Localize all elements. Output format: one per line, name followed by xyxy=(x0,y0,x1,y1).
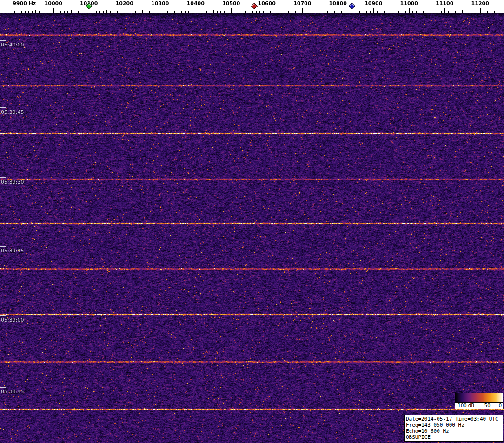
info-line: Freq=143 050 000 Hz xyxy=(406,422,501,428)
time-label: 05:39:45 xyxy=(1,109,24,115)
colorbar-min-label: -100 dB xyxy=(456,403,474,408)
time-tick xyxy=(0,387,6,388)
frequency-tick-label: 11200 xyxy=(471,0,489,7)
frequency-tick-label: 10800 xyxy=(329,0,347,7)
time-tick xyxy=(0,315,6,316)
frequency-tick-label: 10200 xyxy=(116,0,133,7)
colorbar-max-label: 0 xyxy=(499,403,502,408)
frequency-tick-label: 10300 xyxy=(151,0,169,7)
time-label: 05:38:45 xyxy=(1,389,24,395)
time-label: 05:39:00 xyxy=(1,317,24,323)
time-tick xyxy=(0,246,6,247)
waterfall[interactable]: 05:40:0005:39:4505:39:3005:39:1505:39:00… xyxy=(0,13,504,443)
time-tick xyxy=(0,40,6,41)
colorbar-mid-label: -50 xyxy=(483,403,490,408)
frequency-tick-label: 10700 xyxy=(293,0,311,7)
colorbar-labels: -100 dB -50 0 xyxy=(455,403,503,409)
time-label: 05:39:30 xyxy=(1,179,24,185)
frequency-tick-label: 10600 xyxy=(258,0,276,7)
frequency-tick-label: 10900 xyxy=(365,0,382,7)
colorbar-ticks xyxy=(455,400,503,402)
frequency-ruler[interactable]: 9900 Hz100001010010200103001040010500106… xyxy=(0,0,504,13)
info-line: Echo=10 600 Hz xyxy=(406,428,501,434)
spectrum-waterfall-app: 9900 Hz100001010010200103001040010500106… xyxy=(0,0,504,443)
frequency-tick-label: 10400 xyxy=(187,0,205,7)
time-label: 05:40:00 xyxy=(1,42,24,48)
frequency-tick-label: 10500 xyxy=(222,0,240,7)
info-line: Date=2014-05-17 Time=03:40 UTC xyxy=(406,416,501,422)
frequency-tick-label: 9900 Hz xyxy=(13,0,36,7)
frequency-tick-label: 11100 xyxy=(436,0,453,7)
waterfall-canvas[interactable] xyxy=(0,13,504,443)
colorbar-gradient xyxy=(455,393,503,403)
info-box: Date=2014-05-17 Time=03:40 UTCFreq=143 0… xyxy=(404,415,503,442)
frequency-tick-label: 11000 xyxy=(400,0,418,7)
amplitude-colorbar: -100 dB -50 0 xyxy=(455,393,503,409)
info-line: OBSUPICE xyxy=(406,434,501,440)
frequency-tick-label: 10000 xyxy=(45,0,62,7)
time-label: 05:39:15 xyxy=(1,248,24,254)
time-tick xyxy=(0,177,6,178)
time-tick xyxy=(0,107,6,108)
